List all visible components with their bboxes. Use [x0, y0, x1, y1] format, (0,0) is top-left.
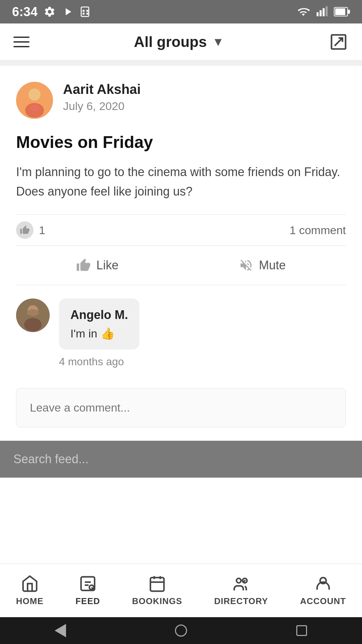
home-button[interactable] [171, 621, 191, 641]
mute-label: Mute [259, 258, 286, 272]
nav-item-account[interactable]: ACCOUNT [293, 571, 353, 610]
comment-author: Angelo M. [70, 308, 128, 322]
svg-rect-5 [317, 12, 319, 16]
svg-rect-1 [83, 10, 85, 12]
like-label: Like [96, 258, 118, 272]
reactions-row: 1 1 comment [16, 214, 346, 246]
status-bar: 6:34 [0, 0, 362, 23]
post-meta: Aarit Akshai July 6, 2020 [63, 82, 141, 113]
comment-input-container [16, 388, 346, 427]
home-sys-icon [175, 625, 187, 637]
svg-rect-7 [323, 8, 325, 16]
status-left: 6:34 [12, 5, 91, 19]
battery-icon [334, 7, 350, 17]
svg-rect-3 [83, 13, 85, 15]
svg-line-13 [335, 38, 342, 46]
separator [0, 60, 362, 66]
svg-point-33 [237, 578, 241, 583]
comment-section: Angelo M. I'm in 👍 4 months ago [16, 285, 346, 378]
directory-label: DIRECTORY [214, 596, 268, 606]
post-body: I'm planning to go to the cinema with so… [16, 162, 346, 201]
svg-point-15 [28, 89, 41, 101]
status-time: 6:34 [12, 5, 38, 19]
search-feed-text: Search feed... [13, 452, 88, 466]
play-icon [62, 6, 74, 18]
post-date: July 6, 2020 [63, 100, 141, 113]
compose-button[interactable] [328, 32, 349, 52]
signal-icon [316, 6, 328, 18]
search-feed-bar[interactable]: Search feed... [0, 441, 362, 478]
bookings-label: BOOKINGS [132, 596, 182, 606]
svg-point-20 [27, 309, 39, 316]
post-title: Movies on Friday [16, 132, 346, 152]
recent-icon [296, 625, 307, 636]
mute-icon [239, 258, 253, 273]
svg-rect-6 [320, 10, 322, 16]
bottom-nav: HOME FEED BOOKINGS [0, 564, 362, 617]
like-number: 1 [39, 224, 45, 237]
comment-time: 4 months ago [59, 356, 139, 368]
svg-rect-10 [348, 10, 350, 14]
svg-rect-8 [326, 6, 328, 16]
like-bubble [16, 221, 34, 239]
post-header: Aarit Akshai July 6, 2020 [16, 82, 346, 119]
svg-rect-4 [86, 13, 88, 15]
home-label: HOME [16, 596, 44, 606]
recent-button[interactable] [292, 621, 312, 641]
action-row: Like Mute [16, 246, 346, 285]
settings-icon [44, 6, 56, 18]
like-button[interactable]: Like [63, 255, 132, 276]
svg-point-17 [30, 105, 39, 111]
nav-item-home[interactable]: HOME [9, 571, 50, 610]
directory-icon [232, 575, 250, 593]
nav-item-bookings[interactable]: BOOKINGS [125, 571, 189, 610]
chevron-down-icon: ▼ [212, 35, 224, 49]
comment-count: 1 comment [290, 224, 346, 237]
back-icon [55, 624, 66, 637]
account-label: ACCOUNT [300, 596, 346, 606]
comment-input[interactable] [16, 388, 346, 427]
account-icon [314, 575, 332, 593]
system-nav-bar [0, 617, 362, 644]
groups-dropdown[interactable]: All groups ▼ [134, 34, 224, 50]
post-author: Aarit Akshai [63, 82, 141, 97]
nav-item-feed[interactable]: FEED [69, 571, 107, 610]
nav-title-text: All groups [134, 34, 207, 50]
nav-item-directory[interactable]: DIRECTORY [207, 571, 275, 610]
home-icon [21, 575, 39, 593]
sim-icon [80, 6, 91, 17]
author-avatar [16, 82, 53, 119]
compose-icon [329, 33, 348, 51]
comment-bubble: Angelo M. I'm in 👍 [59, 299, 139, 350]
status-right [296, 6, 350, 18]
back-button[interactable] [50, 621, 70, 641]
svg-point-21 [24, 318, 42, 331]
bookings-icon [148, 575, 166, 593]
svg-rect-24 [150, 578, 164, 591]
top-nav: All groups ▼ [0, 23, 362, 60]
comment-text: I'm in 👍 [70, 327, 128, 340]
mute-button[interactable]: Mute [225, 255, 299, 276]
hamburger-menu[interactable] [13, 37, 29, 47]
post-container: Aarit Akshai July 6, 2020 Movies on Frid… [0, 66, 362, 427]
svg-rect-2 [86, 10, 88, 12]
thumbs-up-icon [76, 258, 91, 273]
feed-label: FEED [75, 596, 100, 606]
feed-icon [79, 575, 97, 593]
svg-rect-11 [335, 8, 345, 15]
like-count: 1 [16, 221, 45, 239]
commenter-avatar [16, 299, 50, 332]
wifi-icon [296, 6, 310, 18]
